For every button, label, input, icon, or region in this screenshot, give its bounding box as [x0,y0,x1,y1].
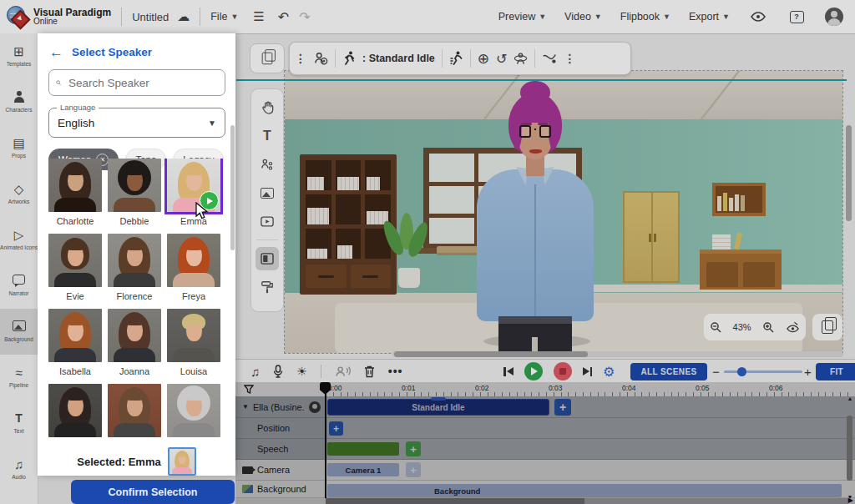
tracks-vertical-scrollbar[interactable]: ▲ ▼ [847,397,853,498]
all-scenes-button[interactable]: ALL SCENES [630,363,707,381]
menu-video[interactable]: Video▼ [564,11,602,23]
characters-tool-icon[interactable] [255,153,279,176]
zoom-in-timeline-icon[interactable]: + [804,360,812,383]
document-title[interactable]: Untitled [132,11,169,23]
view-eye-icon[interactable] [748,7,768,27]
sidebar-item-text[interactable]: TText [0,401,38,446]
panel-scrollbar[interactable] [230,125,235,250]
sidebar-item-characters[interactable]: Characters [0,79,38,125]
video-tool-icon[interactable] [255,209,279,233]
image-tool-icon[interactable] [255,181,279,204]
collapse-group-icon[interactable]: ▼ [242,403,249,411]
paint-roller-icon[interactable] [255,275,279,299]
pan-hand-icon[interactable] [255,96,279,119]
undo-icon[interactable]: ↶ [278,9,289,25]
scroll-right-arrow[interactable]: ▶ [848,496,853,504]
timeline-clip[interactable]: Standard Idle [327,399,549,416]
speaker-thumbnail-charlotte[interactable] [48,159,102,212]
language-select[interactable]: Language English ▼ [48,108,225,138]
music-icon[interactable]: ♫ [250,365,260,379]
search-input[interactable] [67,76,218,90]
menu-flipbook[interactable]: Flipbook▼ [620,11,670,23]
scene-panel-icon[interactable] [255,247,279,270]
track-label[interactable]: Position [235,418,326,439]
fit-button[interactable]: FIT [816,363,855,381]
hamburger-menu-icon[interactable]: ☰ [253,9,264,24]
speaker-thumbnail-evie[interactable] [48,234,102,287]
timeline-clip[interactable] [327,442,399,456]
cloud-sync-icon[interactable]: ☁ [177,9,190,24]
add-clip-button[interactable]: + [329,421,343,436]
sidebar-item-artworks[interactable]: ◇Artworks [0,171,38,217]
more-options-icon[interactable]: ⋮ [564,52,575,65]
speaker-thumbnail[interactable] [108,384,161,437]
timeline-clip[interactable]: Camera 1 [327,463,399,476]
speaker-voice-icon[interactable] [335,365,351,377]
rotate-3d-icon[interactable]: ⊕ [478,50,489,68]
play-voice-sample-button[interactable] [200,191,219,210]
canvas-vertical-scrollbar[interactable] [846,83,852,344]
clip-handle[interactable] [431,397,446,401]
timeline-settings-gear-icon[interactable]: ⚙ [603,364,615,380]
delete-icon[interactable] [364,365,375,378]
selected-speaker-thumbnail[interactable] [168,447,196,476]
track-label[interactable]: Speech [235,439,326,460]
zoom-out-icon[interactable] [710,321,721,333]
play-button[interactable] [524,362,543,381]
sidebar-item-templates[interactable]: ⊞Templates [0,33,38,79]
speaker-thumbnail-emma[interactable] [169,449,195,474]
skip-to-end-button[interactable] [583,367,593,376]
tracks-horizontal-scrollbar[interactable] [326,498,848,504]
add-clip-button[interactable]: + [406,462,421,477]
menu-preview[interactable]: Preview▼ [498,11,546,23]
track-content[interactable]: + [326,418,855,439]
speaker-thumbnail-debbie[interactable] [108,159,161,212]
speaker-thumbnail-florence[interactable] [108,234,161,287]
filter-tracks-icon[interactable] [244,385,254,394]
body-orbit-icon[interactable] [514,51,528,66]
confirm-selection-button[interactable]: Confirm Selection [71,480,235,504]
sidebar-item-narrator[interactable]: Narrator [0,263,38,309]
more-actions-icon[interactable]: ••• [388,365,403,378]
zoom-out-timeline-icon[interactable]: − [712,360,720,383]
motion-path-icon[interactable] [542,53,557,64]
drag-handle-icon[interactable]: ⋮ [295,52,306,65]
track-content[interactable]: Camera 1+ [326,460,855,481]
duplicate-scene-button[interactable] [812,314,842,340]
animation-speed-icon[interactable] [449,51,463,66]
skip-to-start-button[interactable] [503,367,514,376]
sidebar-item-animated-icons[interactable]: ▷Animated Icons [0,217,38,263]
record-stop-button[interactable] [554,362,572,381]
speaker-search[interactable] [48,69,225,96]
swap-character-icon[interactable] [313,51,328,66]
sidebar-item-pipeline[interactable]: ≈Pipeline [0,355,38,401]
scene-canvas[interactable] [284,70,843,354]
track-label[interactable]: ▼Ella (Busine... [235,396,326,418]
sidebar-item-background[interactable]: Background [0,309,38,355]
track-label[interactable]: Camera [235,460,326,481]
zoom-level[interactable]: 43% [733,322,751,332]
preview-eye-icon[interactable] [786,321,800,333]
add-clip-button[interactable]: + [406,441,421,456]
pose-label[interactable]: : Standard Idle [362,53,435,64]
sidebar-item-audio[interactable]: ♫Audio [0,446,38,492]
speaker-thumbnail-joanna[interactable] [108,309,161,362]
track-content[interactable]: + [326,439,855,460]
redo-icon[interactable]: ↷ [299,9,310,25]
back-arrow-icon[interactable]: ← [49,45,63,59]
arrange-button[interactable] [250,43,285,73]
timeline-clip[interactable]: Background [327,484,842,497]
menu-export[interactable]: Export▼ [689,11,730,23]
file-menu[interactable]: File▼ [210,11,238,23]
track-label[interactable]: Background [235,481,326,498]
text-tool-icon[interactable]: T [255,124,279,148]
user-avatar[interactable] [825,8,843,26]
rotate-reset-icon[interactable]: ↺ [496,51,507,67]
speaker-thumbnail-freya[interactable] [167,234,220,287]
track-content[interactable]: Standard Idle+ [326,396,855,418]
brightness-icon[interactable]: ☀ [296,365,307,378]
speaker-thumbnail[interactable] [167,384,220,437]
add-clip-button[interactable]: + [554,399,571,416]
timeline-zoom-slider[interactable] [724,370,802,373]
microphone-icon[interactable] [273,365,283,378]
